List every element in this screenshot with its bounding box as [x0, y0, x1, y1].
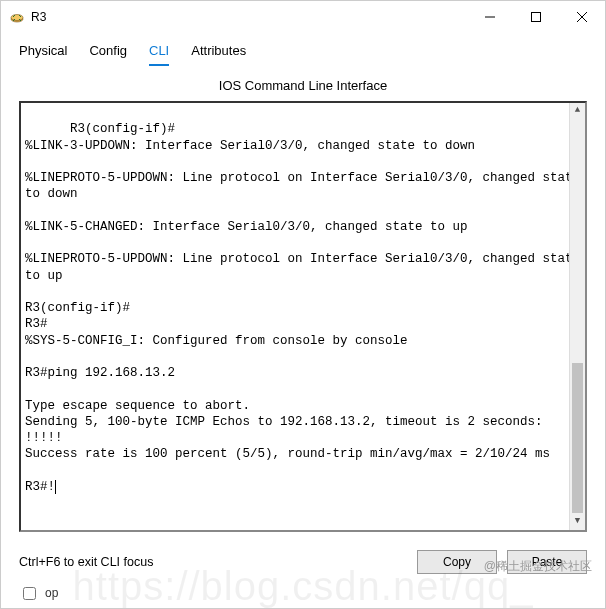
copy-button[interactable]: Copy [417, 550, 497, 574]
footer-checkbox[interactable] [23, 587, 36, 600]
scroll-down-arrow[interactable]: ▼ [570, 514, 585, 530]
text-cursor [55, 480, 56, 494]
router-icon [9, 9, 25, 25]
cli-terminal[interactable]: R3(config-if)# %LINK-3-UPDOWN: Interface… [19, 101, 587, 532]
svg-point-1 [11, 15, 23, 21]
maximize-button[interactable] [513, 1, 559, 33]
footer-checkbox-label: op [45, 586, 58, 600]
tab-config[interactable]: Config [89, 43, 127, 66]
focus-hint: Ctrl+F6 to exit CLI focus [19, 555, 407, 569]
svg-rect-3 [532, 13, 541, 22]
cli-panel: IOS Command Line Interface R3(config-if)… [1, 66, 605, 542]
titlebar: R3 [1, 1, 605, 33]
close-button[interactable] [559, 1, 605, 33]
paste-button[interactable]: Paste [507, 550, 587, 574]
tab-cli[interactable]: CLI [149, 43, 169, 66]
tab-bar: Physical Config CLI Attributes [1, 33, 605, 66]
scroll-thumb[interactable] [572, 363, 583, 513]
app-window: R3 Physical Config CLI Attributes IOS Co… [0, 0, 606, 609]
window-controls [467, 1, 605, 33]
tab-physical[interactable]: Physical [19, 43, 67, 66]
scroll-up-arrow[interactable]: ▲ [570, 103, 585, 119]
bottom-row: Ctrl+F6 to exit CLI focus Copy Paste [1, 542, 605, 580]
terminal-scrollbar[interactable]: ▲ ▼ [569, 103, 585, 530]
footer: op [1, 580, 605, 609]
window-title: R3 [31, 10, 467, 24]
tab-attributes[interactable]: Attributes [191, 43, 246, 66]
terminal-output: R3(config-if)# %LINK-3-UPDOWN: Interface… [25, 122, 587, 494]
panel-title: IOS Command Line Interface [19, 74, 587, 101]
minimize-button[interactable] [467, 1, 513, 33]
